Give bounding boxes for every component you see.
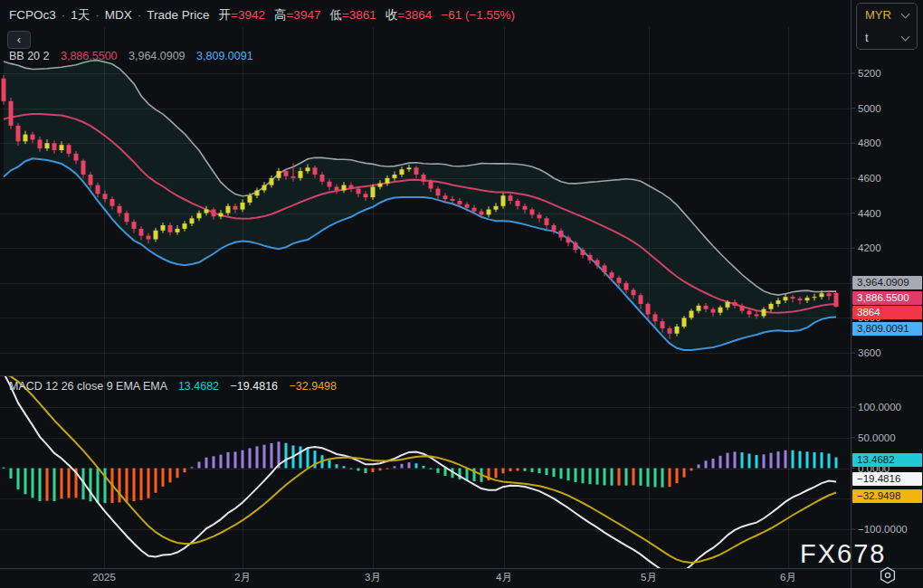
candle (9, 98, 14, 129)
watermark: FX678 (800, 539, 886, 569)
bb-lower-value: 3,809.0091 (196, 50, 253, 62)
svg-text:3月: 3月 (365, 572, 381, 583)
svg-text:4400: 4400 (858, 208, 881, 219)
exchange-label: MDX (105, 8, 132, 22)
symbol-info-bar: FCPOc3·1天·MDX·Trade Price开=3942高=3947低=3… (9, 7, 515, 24)
currency-unit-box: MYR t (856, 3, 918, 50)
svg-text:5月: 5月 (641, 572, 657, 583)
chevron-down-icon (901, 10, 910, 19)
ohlc-item: 开=3942 (219, 8, 265, 22)
svg-text:4600: 4600 (858, 173, 881, 184)
symbol-name[interactable]: FCPOc3 (9, 8, 56, 22)
macd-histogram-value: 13.4682 (178, 380, 219, 393)
candle (834, 292, 839, 308)
svg-text:3600: 3600 (858, 347, 881, 358)
candle (2, 75, 6, 105)
settings-icon[interactable] (874, 566, 903, 586)
back-button[interactable]: ‹ (7, 31, 31, 49)
chart-canvas[interactable]: 520050004800460044004200400038003600100.… (0, 0, 923, 588)
ohlc-item: 收=3864 (385, 8, 432, 22)
macd-indicator-legend[interactable]: MACD 12 26 close 9 EMA EMA 13.4682 −19.4… (9, 380, 337, 393)
svg-text:2025: 2025 (92, 572, 116, 583)
bb-basis-value: 3,886.5500 (61, 50, 118, 62)
unit-dropdown[interactable]: t (857, 26, 917, 49)
separator-dot: · (95, 8, 100, 22)
separator-dot: · (138, 8, 142, 22)
svg-text:−100.0000: −100.0000 (858, 524, 908, 535)
macd-line-value: −19.4816 (231, 380, 278, 393)
interval-label[interactable]: 1天 (71, 8, 90, 22)
ohlc-item: 高=3947 (274, 8, 320, 22)
ohlc-item: 低=3861 (329, 8, 376, 22)
separator-dot: · (62, 8, 66, 22)
bb-upper-value: 3,964.0909 (128, 50, 186, 62)
currency-label: MYR (865, 8, 891, 22)
price-badge-last-price: 3864 (852, 306, 922, 319)
svg-text:6月: 6月 (780, 572, 796, 583)
svg-text:5000: 5000 (858, 103, 881, 114)
macd-signal-value: −32.9498 (290, 380, 337, 393)
price-badge-bb-lower: 3,809.0091 (852, 322, 922, 336)
svg-text:5200: 5200 (858, 68, 881, 79)
trading-chart-window: 520050004800460044004200400038003600100.… (0, 0, 923, 588)
price-badge-bb-basis: 3,886.5500 (852, 291, 922, 305)
macd-badge-macd-line: −19.4816 (852, 472, 922, 486)
currency-dropdown[interactable]: MYR (857, 4, 917, 26)
svg-text:100.0000: 100.0000 (858, 402, 901, 413)
unit-label: t (865, 31, 869, 44)
macd-legend-title: MACD 12 26 close 9 EMA EMA (9, 380, 167, 393)
price-badge-bb-upper: 3,964.0909 (852, 276, 922, 289)
back-chevron-icon: ‹ (17, 33, 21, 46)
chevron-down-icon (901, 33, 910, 42)
ohlc-readout: 开=3942高=3947低=3861收=3864 (210, 8, 433, 22)
svg-text:4月: 4月 (496, 572, 512, 583)
macd-badge-histogram: 13.4682 (852, 453, 922, 467)
svg-text:2月: 2月 (234, 572, 251, 583)
svg-text:4200: 4200 (858, 242, 881, 253)
macd-badge-signal-line: −32.9498 (852, 489, 922, 503)
change-readout: −61 (−1.55%) (441, 8, 515, 22)
series-type-label: Trade Price (147, 8, 209, 22)
bb-indicator-legend[interactable]: BB 20 2 3,886.5500 3,964.0909 3,809.0091 (9, 50, 253, 62)
svg-text:50.0000: 50.0000 (858, 432, 896, 443)
svg-text:4800: 4800 (858, 138, 881, 148)
bb-legend-title: BB 20 2 (9, 50, 49, 62)
